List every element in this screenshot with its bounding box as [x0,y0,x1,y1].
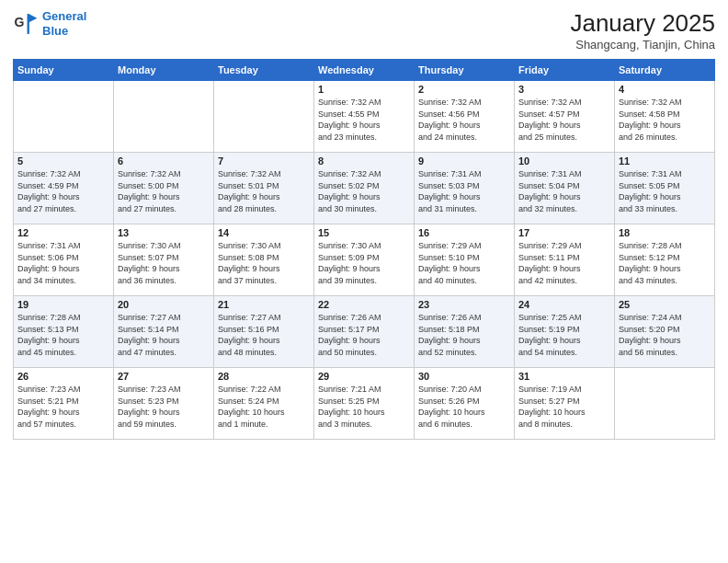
location: Shangcang, Tianjin, China [570,38,715,52]
day-number: 29 [318,371,410,382]
header: G General Blue January 2025 Shangcang, T… [13,9,715,52]
day-number: 21 [218,299,310,310]
cell-w3-d3: 14Sunrise: 7:30 AM Sunset: 5:08 PM Dayli… [214,224,314,296]
day-number: 16 [418,227,510,238]
cell-w4-d6: 24Sunrise: 7:25 AM Sunset: 5:19 PM Dayli… [515,296,615,368]
logo-line1: General [42,9,86,23]
cell-content: Sunrise: 7:32 AM Sunset: 5:02 PM Dayligh… [318,168,410,214]
cell-w4-d7: 25Sunrise: 7:24 AM Sunset: 5:20 PM Dayli… [615,296,715,368]
col-monday: Monday [114,60,214,81]
day-number: 9 [418,155,510,167]
cell-content: Sunrise: 7:28 AM Sunset: 5:12 PM Dayligh… [619,240,711,286]
day-number: 1 [318,84,410,95]
cell-w1-d1 [14,81,114,153]
day-number: 18 [619,227,711,238]
cell-w2-d3: 7Sunrise: 7:32 AM Sunset: 5:01 PM Daylig… [214,153,314,224]
title-block: January 2025 Shangcang, Tianjin, China [570,9,715,52]
cell-w5-d3: 28Sunrise: 7:22 AM Sunset: 5:24 PM Dayli… [214,368,314,440]
cell-content: Sunrise: 7:31 AM Sunset: 5:03 PM Dayligh… [418,168,510,214]
cell-w2-d2: 6Sunrise: 7:32 AM Sunset: 5:00 PM Daylig… [114,153,214,224]
day-number: 8 [318,155,410,167]
day-number: 19 [17,299,109,310]
cell-w4-d4: 22Sunrise: 7:26 AM Sunset: 5:17 PM Dayli… [314,296,415,368]
cell-content: Sunrise: 7:32 AM Sunset: 4:58 PM Dayligh… [619,97,711,143]
logo-text: General Blue [42,9,86,38]
cell-content: Sunrise: 7:32 AM Sunset: 4:55 PM Dayligh… [318,97,410,143]
cell-w5-d5: 30Sunrise: 7:20 AM Sunset: 5:26 PM Dayli… [415,368,515,440]
col-tuesday: Tuesday [214,60,314,81]
cell-w5-d4: 29Sunrise: 7:21 AM Sunset: 5:25 PM Dayli… [314,368,415,440]
day-number: 7 [218,155,310,167]
cell-w2-d7: 11Sunrise: 7:31 AM Sunset: 5:05 PM Dayli… [615,153,715,224]
cell-content: Sunrise: 7:27 AM Sunset: 5:14 PM Dayligh… [118,312,210,358]
cell-content: Sunrise: 7:31 AM Sunset: 5:05 PM Dayligh… [619,168,711,214]
cell-content: Sunrise: 7:19 AM Sunset: 5:27 PM Dayligh… [518,384,610,430]
cell-content: Sunrise: 7:24 AM Sunset: 5:20 PM Dayligh… [619,312,711,358]
page: G General Blue January 2025 Shangcang, T… [0,0,728,563]
day-number: 31 [518,371,610,382]
cell-content: Sunrise: 7:29 AM Sunset: 5:10 PM Dayligh… [418,240,510,286]
svg-text:G: G [15,15,25,29]
cell-w5-d7 [615,368,715,440]
cell-w1-d7: 4Sunrise: 7:32 AM Sunset: 4:58 PM Daylig… [615,81,715,153]
cell-content: Sunrise: 7:26 AM Sunset: 5:17 PM Dayligh… [318,312,410,358]
cell-w2-d1: 5Sunrise: 7:32 AM Sunset: 4:59 PM Daylig… [14,153,114,224]
cell-w3-d4: 15Sunrise: 7:30 AM Sunset: 5:09 PM Dayli… [314,224,415,296]
day-number: 5 [17,155,109,167]
logo-line2: Blue [42,24,68,38]
week-row-3: 12Sunrise: 7:31 AM Sunset: 5:06 PM Dayli… [14,224,715,296]
cell-content: Sunrise: 7:23 AM Sunset: 5:23 PM Dayligh… [118,384,210,430]
day-number: 6 [118,155,210,167]
cell-w5-d6: 31Sunrise: 7:19 AM Sunset: 5:27 PM Dayli… [515,368,615,440]
day-number: 25 [619,299,711,310]
day-number: 23 [418,299,510,310]
cell-w4-d1: 19Sunrise: 7:28 AM Sunset: 5:13 PM Dayli… [14,296,114,368]
day-number: 28 [218,371,310,382]
day-number: 20 [118,299,210,310]
logo-icon: G [13,11,39,37]
day-number: 12 [17,227,109,238]
cell-content: Sunrise: 7:32 AM Sunset: 4:57 PM Dayligh… [518,97,610,143]
col-friday: Friday [515,60,615,81]
header-row: Sunday Monday Tuesday Wednesday Thursday… [14,60,715,81]
cell-content: Sunrise: 7:28 AM Sunset: 5:13 PM Dayligh… [17,312,109,358]
logo: G General Blue [13,9,86,38]
cell-content: Sunrise: 7:25 AM Sunset: 5:19 PM Dayligh… [518,312,610,358]
cell-w4-d2: 20Sunrise: 7:27 AM Sunset: 5:14 PM Dayli… [114,296,214,368]
cell-content: Sunrise: 7:26 AM Sunset: 5:18 PM Dayligh… [418,312,510,358]
calendar-body: 1Sunrise: 7:32 AM Sunset: 4:55 PM Daylig… [14,81,715,440]
cell-content: Sunrise: 7:20 AM Sunset: 5:26 PM Dayligh… [418,384,510,430]
cell-w2-d6: 10Sunrise: 7:31 AM Sunset: 5:04 PM Dayli… [515,153,615,224]
col-wednesday: Wednesday [314,60,415,81]
cell-w1-d4: 1Sunrise: 7:32 AM Sunset: 4:55 PM Daylig… [314,81,415,153]
day-number: 27 [118,371,210,382]
calendar-header: Sunday Monday Tuesday Wednesday Thursday… [14,60,715,81]
day-number: 2 [418,84,510,95]
cell-w1-d2 [114,81,214,153]
cell-content: Sunrise: 7:30 AM Sunset: 5:07 PM Dayligh… [118,240,210,286]
week-row-2: 5Sunrise: 7:32 AM Sunset: 4:59 PM Daylig… [14,153,715,224]
day-number: 22 [318,299,410,310]
cell-content: Sunrise: 7:30 AM Sunset: 5:09 PM Dayligh… [318,240,410,286]
cell-w3-d6: 17Sunrise: 7:29 AM Sunset: 5:11 PM Dayli… [515,224,615,296]
week-row-4: 19Sunrise: 7:28 AM Sunset: 5:13 PM Dayli… [14,296,715,368]
col-saturday: Saturday [615,60,715,81]
cell-w3-d7: 18Sunrise: 7:28 AM Sunset: 5:12 PM Dayli… [615,224,715,296]
cell-w3-d5: 16Sunrise: 7:29 AM Sunset: 5:10 PM Dayli… [415,224,515,296]
cell-w2-d4: 8Sunrise: 7:32 AM Sunset: 5:02 PM Daylig… [314,153,415,224]
cell-content: Sunrise: 7:23 AM Sunset: 5:21 PM Dayligh… [17,384,109,430]
cell-content: Sunrise: 7:22 AM Sunset: 5:24 PM Dayligh… [218,384,310,430]
cell-content: Sunrise: 7:31 AM Sunset: 5:06 PM Dayligh… [17,240,109,286]
day-number: 17 [518,227,610,238]
day-number: 3 [518,84,610,95]
col-sunday: Sunday [14,60,114,81]
cell-w3-d1: 12Sunrise: 7:31 AM Sunset: 5:06 PM Dayli… [14,224,114,296]
day-number: 15 [318,227,410,238]
day-number: 30 [418,371,510,382]
cell-w1-d3 [214,81,314,153]
cell-w5-d2: 27Sunrise: 7:23 AM Sunset: 5:23 PM Dayli… [114,368,214,440]
month-title: January 2025 [570,9,715,38]
day-number: 26 [17,371,109,382]
col-thursday: Thursday [415,60,515,81]
cell-w3-d2: 13Sunrise: 7:30 AM Sunset: 5:07 PM Dayli… [114,224,214,296]
